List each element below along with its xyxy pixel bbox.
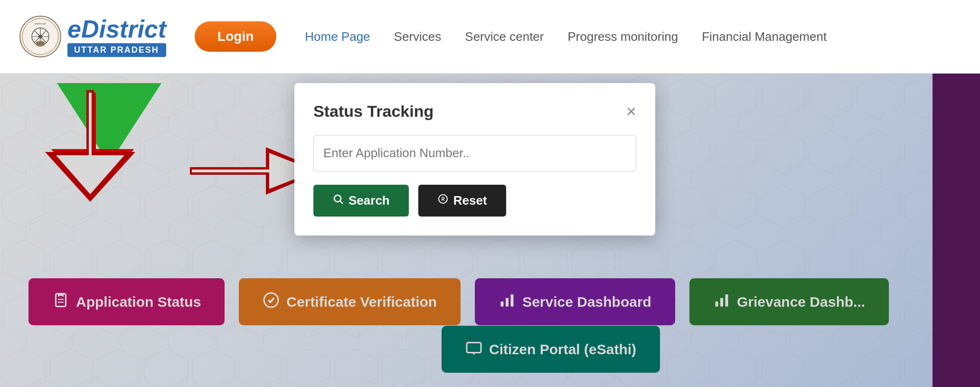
nav-progress[interactable]: Progress monitoring <box>567 29 678 44</box>
svg-point-41 <box>334 195 341 202</box>
svg-line-42 <box>340 201 343 204</box>
logo-area: सत्यमेव जयते eDistrict UTTAR PRADESH <box>19 15 166 58</box>
modal-search-button[interactable]: Search <box>313 185 409 217</box>
nav-services[interactable]: Services <box>394 29 442 44</box>
search-icon <box>332 193 344 208</box>
svg-text:सत्यमेव जयते: सत्यमेव जयते <box>34 22 46 25</box>
svg-rect-9 <box>37 42 44 46</box>
nav-service-center[interactable]: Service center <box>465 29 544 44</box>
brand-title: eDistrict <box>67 17 166 41</box>
reset-icon: R <box>437 193 449 208</box>
modal-close-button[interactable]: × <box>626 103 636 120</box>
search-label: Search <box>349 193 390 208</box>
login-button[interactable]: Login <box>195 21 276 52</box>
state-badge: UTTAR PRADESH <box>67 43 166 57</box>
nav-financial[interactable]: Financial Management <box>702 29 827 44</box>
main-nav: Home Page Services Service center Progre… <box>305 29 827 44</box>
application-number-input[interactable] <box>313 135 636 171</box>
emblem-icon: सत्यमेव जयते <box>19 15 62 58</box>
reset-label: Reset <box>453 193 487 208</box>
modal-header: Status Tracking × <box>313 102 636 121</box>
modal-reset-button[interactable]: R Reset <box>418 185 506 217</box>
svg-text:R: R <box>441 197 445 202</box>
site-header: सत्यमेव जयते eDistrict UTTAR PRADESH Log… <box>0 0 980 74</box>
hero-section: Application Status Certificate Verificat… <box>0 74 980 387</box>
brand-area: eDistrict UTTAR PRADESH <box>67 17 166 57</box>
modal-title: Status Tracking <box>313 102 433 121</box>
modal-action-buttons: Search R Reset <box>313 185 636 217</box>
nav-home[interactable]: Home Page <box>305 29 370 44</box>
status-tracking-modal: Status Tracking × Search R Reset <box>294 83 655 236</box>
